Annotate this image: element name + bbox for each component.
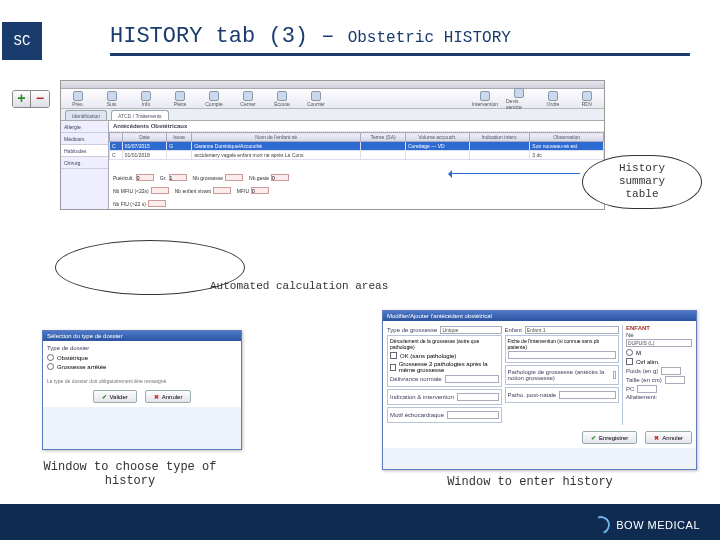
popup-choose-type: Sélection du type de dossier Type de dos… (42, 330, 242, 450)
arrow-icon (450, 173, 580, 174)
toolbar-icon (141, 91, 151, 101)
brand-logo: BOW MEDICAL (592, 516, 700, 534)
input-field[interactable] (447, 411, 498, 419)
check-icon: ✔ (102, 393, 107, 400)
radio-option[interactable]: Grossesse arrêtée (47, 363, 237, 370)
input-field[interactable] (613, 371, 616, 379)
caption-enter-history: Window to enter history (430, 475, 630, 489)
checkbox-icon (390, 352, 397, 359)
toolbar-button[interactable]: Cerner (235, 91, 261, 107)
toolbar-icon (277, 91, 287, 101)
toolbar-icon (514, 88, 524, 98)
hint-text: Le type de dossier doit obligatoirement … (47, 378, 237, 384)
child-panel: ENFANT Né DUPUIS (L) M Ctrl alim. Poids … (622, 325, 692, 425)
annotation-summary-table: History summarytable (582, 155, 702, 209)
toolbar: Prés. Suiv. Info Pièce Compte Cerner Éco… (61, 89, 604, 109)
popup-enter-history: Modifier/Ajouter l'antécédent obstétrica… (382, 310, 697, 470)
calc-field[interactable] (148, 200, 166, 207)
minus-icon[interactable]: − (31, 91, 49, 107)
close-icon: ✖ (654, 434, 659, 441)
title-main: HISTORY tab (3) – (110, 24, 334, 49)
side-tab[interactable]: Médicam. (61, 133, 108, 145)
input-field[interactable]: DUPUIS (L) (626, 339, 692, 347)
radio-icon (47, 363, 54, 370)
title-subtitle: Obstetric HISTORY (348, 29, 511, 47)
annotation-calc-areas: Automated calculation areas (210, 280, 388, 292)
toolbar-button[interactable]: Compte (201, 91, 227, 107)
toolbar-button[interactable]: Ordre (540, 91, 566, 107)
toolbar-icon (209, 91, 219, 101)
checkbox-icon (626, 358, 633, 365)
toolbar-icon (107, 91, 117, 101)
input-field[interactable] (457, 393, 498, 401)
child-header: ENFANT (626, 325, 692, 331)
input-field[interactable] (665, 376, 685, 384)
toolbar-button[interactable]: Intervention (472, 91, 498, 107)
validate-button[interactable]: ✔Valider (93, 390, 137, 403)
calc-field[interactable] (271, 174, 289, 181)
child-select[interactable]: Enfant 1 (525, 326, 619, 334)
toolbar-icon (582, 91, 592, 101)
checkbox-option[interactable]: Grossesse 2 pathologies après la même gr… (390, 361, 499, 373)
zoom-toggle[interactable]: + − (12, 90, 50, 108)
tab-atcd[interactable]: ATCD / Traitements (111, 110, 169, 120)
save-button[interactable]: ✔Enregistrer (582, 431, 637, 444)
toolbar-icon (480, 91, 490, 101)
calc-field[interactable] (136, 174, 154, 181)
radio-icon (626, 349, 633, 356)
side-tab[interactable]: Chirurg. (61, 157, 108, 169)
toolbar-button[interactable]: Prés. (65, 91, 91, 107)
calc-field[interactable] (213, 187, 231, 194)
sc-badge: SC (2, 22, 42, 60)
side-tab[interactable]: Habitudes (61, 145, 108, 157)
close-icon: ✖ (154, 393, 159, 400)
calc-field[interactable] (151, 187, 169, 194)
select-field[interactable] (445, 375, 499, 383)
calc-field[interactable] (225, 174, 243, 181)
app-window: Prés. Suiv. Info Pièce Compte Cerner Éco… (60, 80, 605, 210)
main-pane: Antécédents Obstétricaux Date Issue Nom … (109, 121, 604, 209)
toolbar-button[interactable]: Écoute (269, 91, 295, 107)
toolbar-button[interactable]: RDV (574, 91, 600, 107)
toolbar-button[interactable]: Pièce (167, 91, 193, 107)
calc-field[interactable] (169, 174, 187, 181)
plus-icon[interactable]: + (13, 91, 31, 107)
toolbar-icon (311, 91, 321, 101)
side-tab[interactable]: Allergie (61, 121, 108, 133)
input-field[interactable] (661, 367, 681, 375)
popup-titlebar: Modifier/Ajouter l'antécédent obstétrica… (383, 311, 696, 321)
cancel-button[interactable]: ✖Annuler (145, 390, 192, 403)
checkbox-icon (390, 364, 396, 371)
tab-identification[interactable]: Identification (65, 110, 107, 120)
history-table[interactable]: Date Issue Nom de l'enfant né Terme (SA)… (109, 132, 604, 160)
calc-field[interactable] (251, 187, 269, 194)
toolbar-icon (175, 91, 185, 101)
calc-area: Puéricult. Gr. Nb grossesse Nb geste Nb … (113, 174, 303, 207)
checkbox-option[interactable]: OK (sans pathologie) (390, 352, 499, 359)
popup-titlebar: Sélection du type de dossier (43, 331, 241, 341)
caption-choose-type: Window to choose type ofhistory (30, 460, 230, 488)
type-select[interactable]: Unique (440, 326, 501, 334)
toolbar-icon (548, 91, 558, 101)
table-row[interactable]: C 01/07/2015 G Garance Dominique/Accouch… (110, 142, 604, 151)
toolbar-icon (243, 91, 253, 101)
radio-option[interactable]: Obstétrique (47, 354, 237, 361)
section-header: Antécédents Obstétricaux (109, 121, 604, 132)
toolbar-button[interactable]: Courrier (303, 91, 329, 107)
footer-bar: BOW MEDICAL (0, 504, 720, 540)
toolbar-button[interactable]: Devis service (506, 88, 532, 110)
toolbar-icon (73, 91, 83, 101)
radio-icon (47, 354, 54, 361)
side-tabs: Allergie Médicam. Habitudes Chirurg. (61, 121, 109, 209)
input-field[interactable] (508, 351, 617, 359)
slide-title: HISTORY tab (3) – Obstetric HISTORY (110, 24, 690, 56)
toolbar-button[interactable]: Suiv. (99, 91, 125, 107)
input-field[interactable] (559, 391, 616, 399)
input-field[interactable] (637, 385, 657, 393)
radio-option[interactable]: M (626, 349, 692, 356)
cancel-button[interactable]: ✖Annuler (645, 431, 692, 444)
checkbox-option[interactable]: Ctrl alim. (626, 358, 692, 365)
table-row[interactable]: C 01/01/2018 accidentery vagale enfant m… (110, 151, 604, 160)
logo-text: BOW MEDICAL (616, 519, 700, 531)
toolbar-button[interactable]: Info (133, 91, 159, 107)
